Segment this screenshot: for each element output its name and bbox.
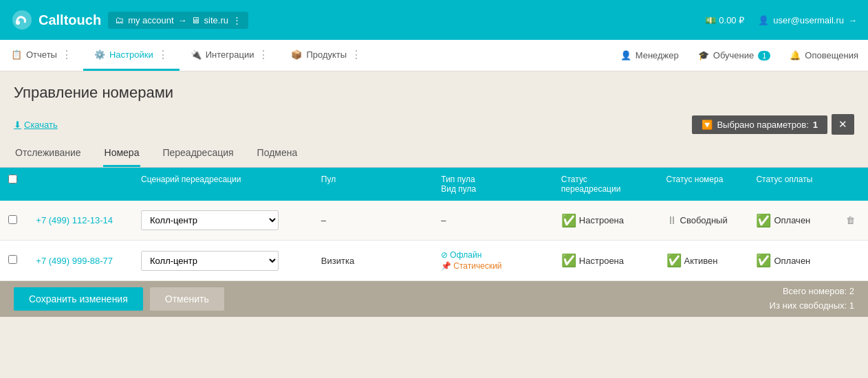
second-navigation: 📋 Отчеты ⋮ ⚙️ Настройки ⋮ 🔌 Интеграции ⋮…	[0, 40, 868, 71]
settings-dots[interactable]: ⋮	[158, 48, 169, 61]
th-status-pay: Статус оплаты	[748, 168, 838, 201]
balance-amount: 0.00 ₽	[719, 15, 744, 25]
reports-label: Отчеты	[26, 49, 57, 60]
filter-button[interactable]: 🔽 Выбрано параметров: 1	[692, 115, 827, 134]
row2-num-icon: ✅	[666, 253, 682, 268]
nav-left: Calltouch 🗂 my account → 🖥 site.ru ⋮	[11, 9, 248, 31]
tab-numbers[interactable]: Номера	[103, 143, 141, 167]
row2-pool-static: 📌 Статический	[441, 261, 545, 271]
breadcrumb-sep: →	[178, 15, 187, 25]
table-row: +7 (499) 112-13-14 Колл-центр – – ✅ Нас	[0, 201, 868, 241]
site-icon: 🖥	[191, 15, 200, 25]
row2-checkbox[interactable]	[8, 255, 17, 264]
numbers-table-wrapper: Номер Сценарий переадресации Пул Тип пул…	[0, 168, 868, 281]
balance-display[interactable]: 💵 0.00 ₽	[705, 15, 744, 25]
online-icon: ⊘	[441, 250, 448, 260]
download-link[interactable]: ⬇ Скачать	[14, 120, 58, 130]
row2-status-redir: ✅ Настроена	[553, 241, 658, 281]
account-label[interactable]: my account	[128, 15, 173, 25]
row1-pool: –	[313, 201, 433, 241]
row1-num-badge: ⏸ Свободный	[666, 214, 740, 227]
manager-icon: 👤	[620, 50, 631, 60]
tab-redirect-label: Переадресация	[162, 147, 233, 158]
tab-redirect[interactable]: Переадресация	[161, 143, 235, 167]
reports-dots[interactable]: ⋮	[61, 48, 72, 61]
row2-redir-icon: ✅	[561, 253, 576, 268]
page-title: Управление номерами	[14, 84, 854, 102]
row1-checkbox[interactable]	[8, 215, 17, 224]
nav-integrations[interactable]: 🔌 Интеграции ⋮	[180, 40, 281, 71]
tab-substitution[interactable]: Подмена	[256, 143, 299, 167]
row2-pool-type: ⊘ Офлайн 📌 Статический	[433, 241, 553, 281]
row1-delete-cell: 🗑	[838, 201, 868, 241]
save-button[interactable]: Сохранить изменения	[14, 287, 143, 311]
row2-scenario-select[interactable]: Колл-центр	[141, 251, 279, 271]
filter-clear-button[interactable]: ✕	[832, 114, 854, 135]
logo[interactable]: Calltouch	[11, 9, 101, 31]
row1-scenario-select[interactable]: Колл-центр	[141, 210, 279, 230]
row1-pool-type: –	[433, 201, 553, 241]
table-header-row: Номер Сценарий переадресации Пул Тип пул…	[0, 168, 868, 201]
manager-label: Менеджер	[636, 50, 679, 60]
total-numbers: Всего номеров: 2	[770, 285, 854, 299]
svg-point-0	[12, 10, 32, 30]
row1-phone: +7 (499) 112-13-14	[28, 201, 133, 241]
static-icon: 📌	[441, 261, 451, 271]
main-nav-items: 📋 Отчеты ⋮ ⚙️ Настройки ⋮ 🔌 Интеграции ⋮…	[0, 40, 373, 71]
row2-delete-cell	[838, 241, 868, 281]
nav-products[interactable]: 📦 Продукты ⋮	[280, 40, 373, 71]
settings-label: Настройки	[109, 49, 153, 60]
th-checkbox	[0, 168, 28, 201]
nav-settings[interactable]: ⚙️ Настройки ⋮	[83, 40, 180, 71]
user-icon: 👤	[758, 15, 769, 25]
filter-icon: 🔽	[702, 120, 713, 130]
user-menu[interactable]: 👤 user@usermail.ru →	[758, 15, 857, 25]
breadcrumb[interactable]: 🗂 my account → 🖥 site.ru ⋮	[108, 12, 248, 29]
learning-badge: 1	[758, 51, 770, 60]
more-icon[interactable]: ⋮	[232, 15, 241, 25]
row1-pay-badge: ✅ Оплачен	[756, 213, 829, 228]
select-all-checkbox[interactable]	[8, 175, 17, 184]
notifications-label: Оповещения	[805, 50, 858, 60]
row2-pay-badge: ✅ Оплачен	[756, 253, 829, 268]
row2-scenario: Колл-центр	[133, 241, 313, 281]
nav-learning[interactable]: 🎓 Обучение 1	[688, 40, 781, 71]
utility-nav: 👤 Менеджер 🎓 Обучение 1 🔔 Оповещения	[611, 40, 868, 71]
row1-pay-icon: ✅	[756, 213, 771, 228]
logo-icon	[11, 9, 33, 31]
download-icon: ⬇	[14, 120, 21, 130]
row1-status-pay: ✅ Оплачен	[748, 201, 838, 241]
filter-label: Выбрано параметров:	[717, 120, 808, 130]
filter-bar: 🔽 Выбрано параметров: 1 ✕	[692, 114, 854, 135]
nav-manager[interactable]: 👤 Менеджер	[611, 40, 688, 71]
wallet-icon: 💵	[705, 15, 716, 25]
nav-reports[interactable]: 📋 Отчеты ⋮	[0, 40, 83, 71]
tab-tracking[interactable]: Отслеживание	[14, 143, 83, 167]
integrations-icon: 🔌	[191, 49, 202, 60]
row1-delete-icon[interactable]: 🗑	[846, 215, 855, 225]
notifications-icon: 🔔	[790, 50, 801, 60]
logout-icon[interactable]: →	[848, 15, 857, 25]
download-section: ⬇ Скачать	[14, 120, 58, 130]
row1-num-icon: ⏸	[666, 214, 677, 227]
cancel-button[interactable]: Отменить	[150, 287, 224, 311]
row1-scenario: Колл-центр	[133, 201, 313, 241]
table-row: +7 (499) 999-88-77 Колл-центр Визитка ⊘ …	[0, 241, 868, 281]
nav-notifications[interactable]: 🔔 Оповещения	[780, 40, 868, 71]
th-status-number: Статус номера	[658, 168, 748, 201]
products-icon: 📦	[291, 49, 302, 60]
products-label: Продукты	[306, 49, 347, 60]
site-label[interactable]: site.ru	[204, 15, 228, 25]
tab-substitution-label: Подмена	[257, 147, 298, 158]
products-dots[interactable]: ⋮	[351, 48, 362, 61]
integrations-dots[interactable]: ⋮	[258, 48, 269, 61]
tab-tracking-label: Отслеживание	[15, 147, 81, 158]
row1-checkbox-cell	[0, 201, 28, 241]
footer-bar: Сохранить изменения Отменить Всего номер…	[0, 281, 868, 317]
row1-redir-badge: ✅ Настроена	[561, 213, 650, 228]
top-navigation: Calltouch 🗂 my account → 🖥 site.ru ⋮ 💵 0…	[0, 0, 868, 40]
free-numbers: Из них свободных: 1	[770, 299, 854, 313]
row2-pool-online: ⊘ Офлайн	[441, 250, 545, 260]
th-actions	[838, 168, 868, 201]
th-pool-type: Тип пулаВид пула	[433, 168, 553, 201]
